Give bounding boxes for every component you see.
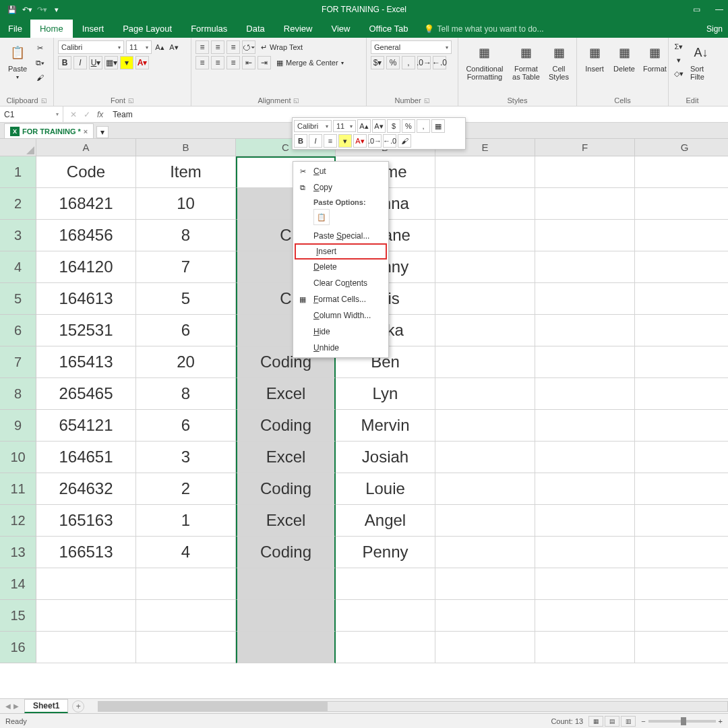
copy-icon[interactable]: ⧉▾ [34,57,46,69]
cell-F14[interactable] [535,568,635,600]
cell-C16[interactable] [236,632,336,663]
cell-D12[interactable]: Angel [336,505,435,537]
undo-icon[interactable]: ↶▾ [22,4,32,15]
cell-B6[interactable]: 6 [136,315,236,346]
cell-C11[interactable]: Coding [236,473,336,505]
cell-F3[interactable] [535,220,635,251]
workbook-tab[interactable]: X FOR TRAINING * × [4,123,94,138]
row-header-12[interactable]: 12 [0,505,36,537]
sheet-tab[interactable]: Sheet1 [24,699,68,713]
font-name-combo[interactable]: Calibri▾ [58,40,124,54]
select-all-corner[interactable] [0,139,36,156]
cell-B10[interactable]: 3 [136,442,236,473]
clear-icon[interactable]: ◇▾ [673,67,685,80]
format-as-table-button[interactable]: ▦Format as Table [510,40,543,82]
cell-styles-button[interactable]: ▦Cell Styles [545,40,572,82]
workbook-tab-menu-icon[interactable]: ▾ [96,126,109,138]
cell-B16[interactable] [136,632,236,663]
row-header-9[interactable]: 9 [0,410,36,442]
cell-E11[interactable] [435,473,535,505]
cell-B2[interactable]: 10 [136,188,236,220]
cell-A11[interactable]: 264632 [36,473,136,505]
alignment-launcher-icon[interactable]: ◱ [293,97,299,104]
mini-font-combo[interactable]: Calibri▾ [294,120,332,132]
cell-D10[interactable]: Josiah [336,442,435,473]
cell-D11[interactable]: Louie [336,473,435,505]
signin-link[interactable]: Sign [701,20,728,38]
enter-formula-icon[interactable]: ✓ [84,110,90,119]
tab-home[interactable]: Home [30,20,73,38]
underline-button[interactable]: U▾ [89,56,102,69]
cell-G14[interactable] [635,568,728,600]
format-painter-icon[interactable]: 🖌 [34,71,46,84]
cell-F10[interactable] [535,442,635,473]
minimize-icon[interactable]: — [713,3,725,16]
qat-customize-icon[interactable]: ▾ [51,4,62,15]
indent-decrease-icon[interactable]: ⇤ [242,56,255,69]
cell-A4[interactable]: 164120 [36,251,136,283]
mini-italic-icon[interactable]: I [309,134,322,148]
mini-inc-decimal-icon[interactable]: .0→ [368,134,382,148]
cell-C8[interactable]: Excel [236,378,336,410]
cell-G10[interactable] [635,442,728,473]
mini-shrink-font-icon[interactable]: A▾ [372,119,386,133]
font-size-combo[interactable]: 11▾ [126,40,152,54]
cell-C15[interactable] [236,600,336,632]
cell-F4[interactable] [535,251,635,283]
page-layout-view-icon[interactable]: ▤ [605,716,619,727]
wrap-text-button[interactable]: ↵Wrap Text [257,40,306,54]
row-header-13[interactable]: 13 [0,537,36,568]
row-header-2[interactable]: 2 [0,188,36,220]
paste-button[interactable]: 📋 Paste▾ [4,40,31,82]
clipboard-launcher-icon[interactable]: ◱ [41,97,47,104]
shrink-font-icon[interactable]: A▾ [168,41,180,53]
cell-B1[interactable]: Item [136,156,236,188]
cell-A16[interactable] [36,632,136,663]
ctx-delete[interactable]: Delete [293,259,388,275]
column-header-G[interactable]: G [635,139,728,156]
font-color-button[interactable]: A▾ [135,56,149,69]
ctx-copy[interactable]: ⧉Copy [293,179,388,195]
insert-cells-button[interactable]: ▦Insert [581,40,608,74]
mini-align-icon[interactable]: ≡ [324,134,337,148]
cell-E14[interactable] [435,568,535,600]
column-header-A[interactable]: A [36,139,136,156]
cell-F16[interactable] [535,632,635,663]
cell-C12[interactable]: Excel [236,505,336,537]
cell-B11[interactable]: 2 [136,473,236,505]
fill-color-button[interactable]: ▾ [120,56,133,69]
decrease-decimal-icon[interactable]: ←.0 [433,56,446,69]
close-workbook-icon[interactable]: × [84,127,88,135]
zoom-out-icon[interactable]: − [641,717,645,725]
cell-E10[interactable] [435,442,535,473]
cut-icon[interactable]: ✂ [34,42,46,54]
cell-F15[interactable] [535,600,635,632]
cell-F8[interactable] [535,378,635,410]
cell-A5[interactable]: 164613 [36,283,136,315]
zoom-in-icon[interactable]: + [719,717,723,725]
cell-D15[interactable] [336,600,435,632]
cell-F6[interactable] [535,315,635,346]
number-format-combo[interactable]: General▾ [371,40,452,54]
cell-E6[interactable] [435,315,535,346]
tab-page-layout[interactable]: Page Layout [113,20,181,38]
horizontal-scrollbar[interactable] [98,701,728,712]
format-cells-button[interactable]: ▦Format [640,40,669,74]
number-launcher-icon[interactable]: ◱ [424,97,430,104]
cell-E2[interactable] [435,188,535,220]
ctx-cut[interactable]: ✂Cut [293,163,388,179]
cell-B8[interactable]: 8 [136,378,236,410]
cell-B3[interactable]: 8 [136,220,236,251]
cell-F13[interactable] [535,537,635,568]
sheet-nav-prev-icon[interactable]: ◀ [5,702,11,710]
tab-office-tab[interactable]: Office Tab [359,20,417,38]
indent-increase-icon[interactable]: ⇥ [257,56,271,69]
cell-A9[interactable]: 654121 [36,410,136,442]
bold-button[interactable]: B [58,56,71,69]
row-header-11[interactable]: 11 [0,473,36,505]
cell-A14[interactable] [36,568,136,600]
cell-G4[interactable] [635,251,728,283]
grow-font-icon[interactable]: A▴ [154,41,166,53]
cell-G1[interactable] [635,156,728,188]
align-right-icon[interactable]: ≡ [226,56,240,69]
